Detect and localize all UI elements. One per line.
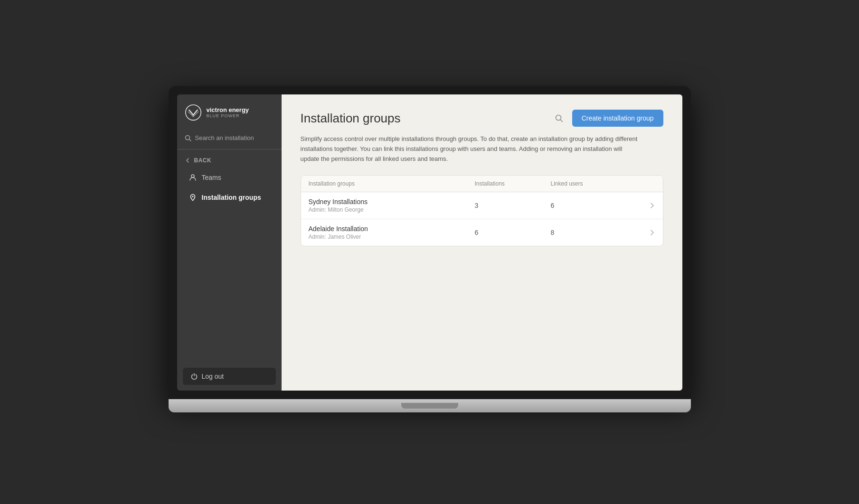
col-installations-header: Installations bbox=[475, 180, 551, 187]
row-chevron-icon bbox=[627, 202, 655, 209]
table-row[interactable]: Sydney Installations Admin: Milton Georg… bbox=[301, 192, 663, 219]
search-icon-button[interactable] bbox=[551, 111, 566, 126]
location-icon bbox=[189, 193, 197, 202]
create-installation-group-button[interactable]: Create installation group bbox=[572, 110, 663, 127]
brand-tagline: blue power bbox=[207, 113, 249, 119]
row-linked-users-count: 6 bbox=[551, 202, 627, 209]
row-admin-label: Admin: James Oliver bbox=[309, 233, 475, 240]
col-action-header bbox=[627, 180, 655, 187]
sidebar: victron energy blue power Search an inst… bbox=[177, 94, 282, 391]
brand-logo: victron energy blue power bbox=[177, 94, 282, 131]
row-chevron-icon bbox=[627, 229, 655, 236]
row-installations-count: 6 bbox=[475, 229, 551, 236]
svg-line-2 bbox=[189, 139, 191, 141]
person-icon bbox=[189, 173, 197, 182]
col-linked-users-header: Linked users bbox=[551, 180, 627, 187]
logout-button[interactable]: Log out bbox=[183, 368, 276, 385]
page-header: Installation groups Create installation … bbox=[301, 110, 663, 127]
row-installations-count: 3 bbox=[475, 202, 551, 209]
row-linked-users-count: 8 bbox=[551, 229, 627, 236]
search-icon bbox=[185, 135, 191, 141]
sidebar-item-teams[interactable]: Teams bbox=[181, 168, 278, 187]
victron-logo-icon bbox=[185, 104, 202, 121]
search-icon bbox=[555, 114, 563, 122]
header-actions: Create installation group bbox=[551, 110, 663, 127]
main-content: Installation groups Create installation … bbox=[282, 94, 682, 391]
search-installation-button[interactable]: Search an installation bbox=[177, 131, 282, 149]
svg-point-4 bbox=[192, 196, 193, 197]
row-name-cell: Sydney Installations Admin: Milton Georg… bbox=[309, 198, 475, 213]
row-group-name: Sydney Installations bbox=[309, 198, 475, 205]
sidebar-item-teams-label: Teams bbox=[202, 174, 221, 181]
row-name-cell: Adelaide Installation Admin: James Olive… bbox=[309, 225, 475, 240]
page-title: Installation groups bbox=[301, 111, 401, 126]
sidebar-spacer bbox=[177, 207, 282, 362]
svg-line-6 bbox=[560, 120, 562, 122]
svg-point-5 bbox=[556, 115, 561, 121]
installation-groups-table: Installation groups Installations Linked… bbox=[301, 175, 663, 246]
search-installation-label: Search an installation bbox=[195, 134, 254, 141]
sidebar-item-installation-groups[interactable]: Installation groups bbox=[181, 188, 278, 206]
sidebar-divider bbox=[177, 149, 282, 149]
laptop-base bbox=[169, 399, 691, 412]
chevron-right-icon bbox=[649, 202, 655, 209]
row-group-name: Adelaide Installation bbox=[309, 225, 475, 233]
laptop-notch bbox=[401, 403, 458, 409]
chevron-right-icon bbox=[649, 229, 655, 236]
col-name-header: Installation groups bbox=[309, 180, 475, 187]
svg-point-3 bbox=[191, 175, 194, 177]
svg-point-0 bbox=[185, 105, 200, 120]
page-description: Simplify access control over multiple in… bbox=[301, 134, 642, 164]
sidebar-item-installation-groups-label: Installation groups bbox=[202, 194, 261, 201]
power-icon bbox=[190, 373, 198, 380]
chevron-left-icon bbox=[185, 158, 190, 163]
table-header: Installation groups Installations Linked… bbox=[301, 176, 663, 192]
logout-label: Log out bbox=[202, 373, 224, 380]
table-row[interactable]: Adelaide Installation Admin: James Olive… bbox=[301, 219, 663, 246]
row-admin-label: Admin: Milton George bbox=[309, 206, 475, 213]
brand-name: victron energy bbox=[207, 106, 249, 114]
back-button[interactable]: BACK bbox=[177, 153, 282, 168]
